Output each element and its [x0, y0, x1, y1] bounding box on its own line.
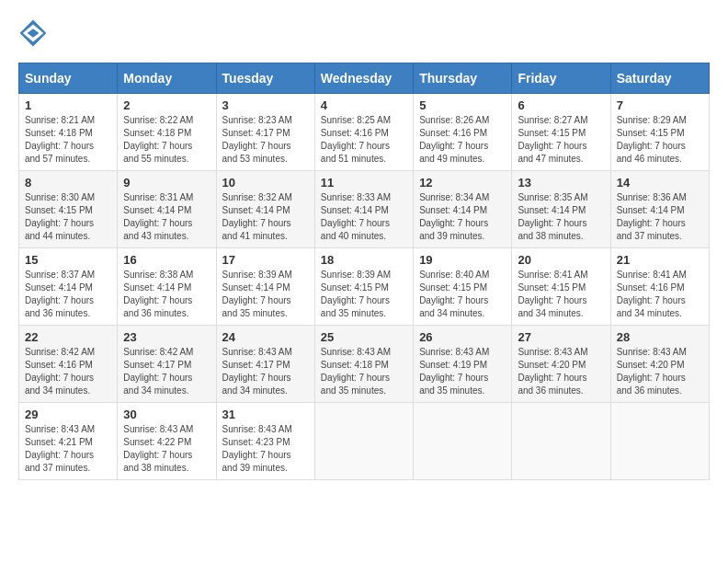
logo [18, 18, 51, 48]
calendar-cell: 7Sunrise: 8:29 AMSunset: 4:15 PMDaylight… [610, 94, 709, 171]
weekday-header-friday: Friday [512, 63, 610, 94]
day-info: Sunrise: 8:35 AMSunset: 4:14 PMDaylight:… [518, 191, 604, 243]
calendar-cell: 28Sunrise: 8:43 AMSunset: 4:20 PMDayligh… [610, 326, 709, 403]
day-number: 12 [419, 176, 506, 190]
calendar-cell: 13Sunrise: 8:35 AMSunset: 4:14 PMDayligh… [512, 171, 610, 248]
day-info: Sunrise: 8:25 AMSunset: 4:16 PMDaylight:… [321, 114, 407, 166]
calendar-cell: 19Sunrise: 8:40 AMSunset: 4:15 PMDayligh… [414, 248, 512, 326]
day-number: 23 [123, 330, 210, 344]
logo-icon [18, 18, 48, 48]
day-number: 8 [25, 176, 111, 190]
day-number: 2 [123, 98, 210, 112]
weekday-header-tuesday: Tuesday [216, 63, 314, 94]
day-info: Sunrise: 8:36 AMSunset: 4:14 PMDaylight:… [617, 191, 703, 243]
day-number: 30 [123, 408, 210, 421]
day-info: Sunrise: 8:26 AMSunset: 4:16 PMDaylight:… [419, 114, 506, 166]
day-number: 18 [321, 253, 407, 267]
day-number: 22 [25, 330, 111, 344]
calendar-week-row: 22Sunrise: 8:42 AMSunset: 4:16 PMDayligh… [19, 326, 710, 403]
day-info: Sunrise: 8:21 AMSunset: 4:18 PMDaylight:… [25, 114, 111, 166]
day-number: 5 [419, 98, 506, 112]
day-number: 21 [617, 253, 703, 267]
calendar-cell: 11Sunrise: 8:33 AMSunset: 4:14 PMDayligh… [314, 171, 413, 248]
day-number: 25 [321, 330, 407, 344]
day-info: Sunrise: 8:43 AMSunset: 4:21 PMDaylight:… [25, 423, 111, 475]
calendar-cell: 26Sunrise: 8:43 AMSunset: 4:19 PMDayligh… [414, 326, 512, 403]
day-number: 14 [617, 176, 703, 190]
day-info: Sunrise: 8:37 AMSunset: 4:14 PMDaylight:… [25, 269, 111, 320]
calendar-cell: 17Sunrise: 8:39 AMSunset: 4:14 PMDayligh… [216, 248, 314, 326]
calendar-cell: 9Sunrise: 8:31 AMSunset: 4:14 PMDaylight… [118, 171, 216, 248]
day-info: Sunrise: 8:42 AMSunset: 4:17 PMDaylight:… [123, 346, 210, 397]
calendar-cell: 14Sunrise: 8:36 AMSunset: 4:14 PMDayligh… [610, 171, 709, 248]
calendar-cell [610, 403, 709, 480]
calendar-week-row: 15Sunrise: 8:37 AMSunset: 4:14 PMDayligh… [19, 248, 710, 326]
calendar-cell: 18Sunrise: 8:39 AMSunset: 4:15 PMDayligh… [314, 248, 413, 326]
day-info: Sunrise: 8:39 AMSunset: 4:15 PMDaylight:… [321, 269, 407, 320]
calendar-cell: 15Sunrise: 8:37 AMSunset: 4:14 PMDayligh… [19, 248, 118, 326]
weekday-header-saturday: Saturday [610, 63, 709, 94]
day-info: Sunrise: 8:38 AMSunset: 4:14 PMDaylight:… [123, 269, 210, 320]
day-number: 24 [222, 330, 309, 344]
day-number: 31 [222, 408, 309, 421]
day-number: 28 [617, 330, 703, 344]
calendar-cell: 6Sunrise: 8:27 AMSunset: 4:15 PMDaylight… [512, 94, 610, 171]
calendar-cell: 8Sunrise: 8:30 AMSunset: 4:15 PMDaylight… [19, 171, 118, 248]
day-info: Sunrise: 8:43 AMSunset: 4:18 PMDaylight:… [321, 346, 407, 397]
day-info: Sunrise: 8:32 AMSunset: 4:14 PMDaylight:… [222, 191, 309, 243]
calendar-cell: 12Sunrise: 8:34 AMSunset: 4:14 PMDayligh… [414, 171, 512, 248]
calendar-cell: 21Sunrise: 8:41 AMSunset: 4:16 PMDayligh… [610, 248, 709, 326]
calendar-cell [314, 403, 413, 480]
day-info: Sunrise: 8:31 AMSunset: 4:14 PMDaylight:… [123, 191, 210, 243]
calendar-cell: 16Sunrise: 8:38 AMSunset: 4:14 PMDayligh… [118, 248, 216, 326]
day-info: Sunrise: 8:42 AMSunset: 4:16 PMDaylight:… [25, 346, 111, 397]
day-number: 7 [617, 98, 703, 112]
day-info: Sunrise: 8:39 AMSunset: 4:14 PMDaylight:… [222, 269, 309, 320]
day-info: Sunrise: 8:27 AMSunset: 4:15 PMDaylight:… [518, 114, 604, 166]
day-info: Sunrise: 8:41 AMSunset: 4:16 PMDaylight:… [617, 269, 703, 320]
calendar-cell: 31Sunrise: 8:43 AMSunset: 4:23 PMDayligh… [216, 403, 314, 480]
calendar-cell: 24Sunrise: 8:43 AMSunset: 4:17 PMDayligh… [216, 326, 314, 403]
calendar-week-row: 1Sunrise: 8:21 AMSunset: 4:18 PMDaylight… [19, 94, 710, 171]
day-info: Sunrise: 8:23 AMSunset: 4:17 PMDaylight:… [222, 114, 309, 166]
day-number: 3 [222, 98, 309, 112]
calendar-table: SundayMondayTuesdayWednesdayThursdayFrid… [18, 63, 710, 480]
day-info: Sunrise: 8:43 AMSunset: 4:19 PMDaylight:… [419, 346, 506, 397]
day-number: 17 [222, 253, 309, 267]
day-info: Sunrise: 8:41 AMSunset: 4:15 PMDaylight:… [518, 269, 604, 320]
calendar-cell: 23Sunrise: 8:42 AMSunset: 4:17 PMDayligh… [118, 326, 216, 403]
day-number: 10 [222, 176, 309, 190]
weekday-header-thursday: Thursday [414, 63, 512, 94]
day-info: Sunrise: 8:33 AMSunset: 4:14 PMDaylight:… [321, 191, 407, 243]
day-number: 4 [321, 98, 407, 112]
calendar-cell: 2Sunrise: 8:22 AMSunset: 4:18 PMDaylight… [118, 94, 216, 171]
calendar-cell: 22Sunrise: 8:42 AMSunset: 4:16 PMDayligh… [19, 326, 118, 403]
day-number: 1 [25, 98, 111, 112]
calendar-cell: 4Sunrise: 8:25 AMSunset: 4:16 PMDaylight… [314, 94, 413, 171]
day-number: 27 [518, 330, 604, 344]
calendar-cell: 27Sunrise: 8:43 AMSunset: 4:20 PMDayligh… [512, 326, 610, 403]
day-number: 16 [123, 253, 210, 267]
calendar-cell [512, 403, 610, 480]
calendar-week-row: 8Sunrise: 8:30 AMSunset: 4:15 PMDaylight… [19, 171, 710, 248]
day-number: 29 [25, 408, 111, 421]
day-number: 11 [321, 176, 407, 190]
day-info: Sunrise: 8:29 AMSunset: 4:15 PMDaylight:… [617, 114, 703, 166]
weekday-header-sunday: Sunday [19, 63, 118, 94]
day-number: 19 [419, 253, 506, 267]
weekday-header-wednesday: Wednesday [314, 63, 413, 94]
day-info: Sunrise: 8:43 AMSunset: 4:17 PMDaylight:… [222, 346, 309, 397]
calendar-cell: 30Sunrise: 8:43 AMSunset: 4:22 PMDayligh… [118, 403, 216, 480]
day-number: 6 [518, 98, 604, 112]
calendar-cell: 10Sunrise: 8:32 AMSunset: 4:14 PMDayligh… [216, 171, 314, 248]
calendar-header-row: SundayMondayTuesdayWednesdayThursdayFrid… [19, 63, 710, 94]
calendar-week-row: 29Sunrise: 8:43 AMSunset: 4:21 PMDayligh… [19, 403, 710, 480]
day-info: Sunrise: 8:22 AMSunset: 4:18 PMDaylight:… [123, 114, 210, 166]
day-number: 13 [518, 176, 604, 190]
day-number: 9 [123, 176, 210, 190]
page-header [18, 18, 710, 48]
day-info: Sunrise: 8:30 AMSunset: 4:15 PMDaylight:… [25, 191, 111, 243]
calendar-cell: 5Sunrise: 8:26 AMSunset: 4:16 PMDaylight… [414, 94, 512, 171]
calendar-cell: 1Sunrise: 8:21 AMSunset: 4:18 PMDaylight… [19, 94, 118, 171]
calendar-cell: 20Sunrise: 8:41 AMSunset: 4:15 PMDayligh… [512, 248, 610, 326]
